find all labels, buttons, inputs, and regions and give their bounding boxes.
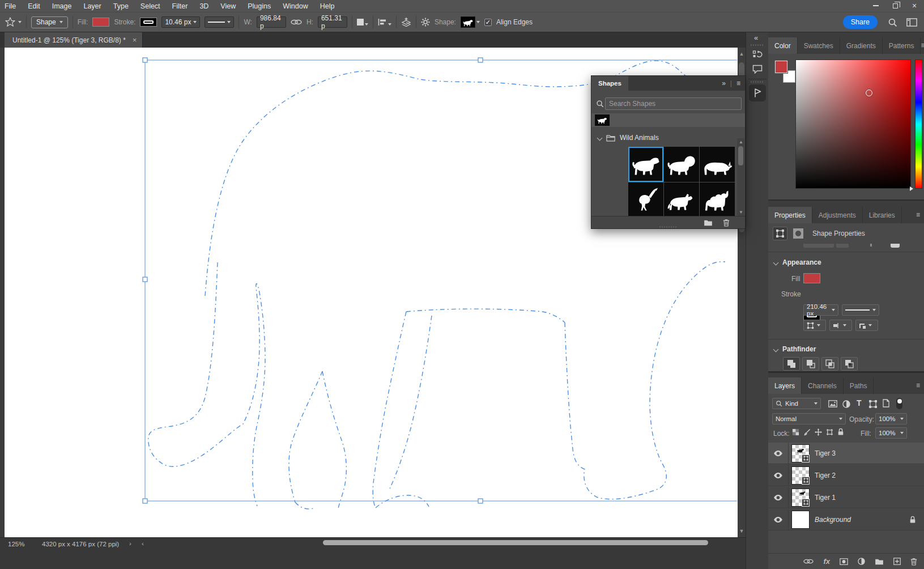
recent-shape-tiger[interactable] (595, 114, 610, 126)
gear-icon[interactable] (421, 18, 430, 27)
new-layer-icon[interactable] (893, 558, 901, 565)
new-group-icon[interactable] (704, 219, 713, 226)
restore-button[interactable] (885, 0, 905, 11)
shape-width-field[interactable]: 986.84 p (257, 16, 286, 28)
menu-plugins[interactable]: Plugins (248, 2, 271, 10)
layer-effects-icon[interactable]: fx (823, 557, 830, 566)
color-picker-circle[interactable] (866, 90, 872, 96)
new-group-icon[interactable] (875, 558, 884, 565)
scrollbar-thumb[interactable] (738, 146, 743, 165)
filter-shape-layers-icon[interactable] (868, 400, 878, 409)
add-mask-icon[interactable] (840, 558, 848, 565)
lock-all-icon[interactable] (837, 428, 844, 436)
filter-adjustment-layers-icon[interactable] (842, 400, 850, 408)
layer-thumbnail[interactable] (791, 489, 810, 507)
layer-row-background[interactable]: Background (768, 509, 924, 530)
stroke-corner-dropdown[interactable] (855, 320, 878, 331)
appearance-section-header[interactable]: Appearance (774, 258, 821, 266)
collapse-dock-icon[interactable]: « (754, 33, 758, 42)
canvas-horizontal-scrollbar[interactable] (323, 540, 708, 545)
pathfinder-unite-icon[interactable] (783, 357, 800, 371)
share-button[interactable]: Share (843, 15, 878, 29)
menu-filter[interactable]: Filter (172, 2, 188, 10)
stroke-swatch[interactable] (140, 18, 157, 27)
hue-slider-marker[interactable] (910, 186, 913, 191)
shape-tile-rhinoceros[interactable] (700, 147, 735, 182)
masks-mode-icon[interactable] (791, 227, 806, 240)
hue-slider[interactable] (915, 60, 922, 189)
stroke-cap-dropdown[interactable] (829, 320, 852, 331)
minimize-button[interactable] (866, 0, 885, 11)
panel-menu-icon[interactable]: ≡ (916, 211, 919, 223)
tab-swatches[interactable]: Swatches (798, 37, 840, 54)
appearance-fill-swatch[interactable] (803, 273, 820, 283)
collapse-panel-icon[interactable]: » (722, 79, 726, 87)
shape-tile-wolf[interactable] (664, 182, 699, 216)
shape-height-field[interactable]: 651.31 p (318, 16, 347, 28)
filter-pixel-layers-icon[interactable] (828, 400, 837, 407)
tab-layers[interactable]: Layers (768, 377, 802, 394)
drag-grip[interactable] (751, 81, 764, 83)
fill-swatch[interactable] (92, 18, 109, 27)
menu-view[interactable]: View (220, 2, 236, 10)
tab-properties[interactable]: Properties (768, 207, 812, 223)
new-adjustment-layer-icon[interactable] (858, 558, 865, 565)
scroll-up-icon[interactable]: ▲ (738, 51, 746, 57)
shape-tile-tiger[interactable] (628, 147, 663, 182)
tool-mode-dropdown[interactable]: Shape (31, 16, 68, 28)
menu-image[interactable]: Image (52, 2, 72, 10)
panel-menu-icon[interactable]: ≡ (916, 381, 919, 394)
foreground-color-swatch[interactable] (775, 61, 787, 73)
lock-position-icon[interactable] (815, 428, 822, 436)
stroke-width-dropdown[interactable]: 210.46 px (803, 304, 838, 316)
stroke-align-dropdown[interactable] (803, 320, 826, 331)
visibility-toggle[interactable] (768, 509, 789, 530)
hscroll-left-icon[interactable]: ‹ (142, 540, 144, 547)
scroll-up-icon[interactable]: ▲ (739, 139, 743, 145)
menu-window[interactable]: Window (283, 2, 308, 10)
path-alignment-button[interactable] (378, 18, 391, 26)
layer-row-tiger2[interactable]: Tiger 2 (768, 465, 924, 486)
tool-preset-button[interactable] (5, 16, 22, 28)
pathfinder-subtract-icon[interactable] (802, 357, 819, 371)
document-tab[interactable]: Untitled-1 @ 125% (Tiger 3, RGB/8) * × (5, 32, 143, 48)
history-panel-icon[interactable] (750, 48, 765, 61)
shapes-scrollbar[interactable]: ▲ ▼ (737, 138, 744, 216)
zoom-level[interactable]: 125% (8, 541, 24, 547)
layer-name[interactable]: Background (815, 516, 851, 524)
scroll-down-icon[interactable]: ▼ (738, 528, 746, 534)
stroke-width-field[interactable]: 10.46 px (161, 16, 200, 28)
lock-transparency-icon[interactable] (792, 428, 799, 436)
layer-thumbnail[interactable] (791, 466, 810, 485)
layer-name[interactable]: Tiger 3 (815, 449, 836, 457)
shape-tile-ostrich[interactable] (628, 182, 663, 216)
layer-name[interactable]: Tiger 2 (815, 472, 836, 479)
color-field[interactable] (795, 60, 911, 189)
tab-libraries[interactable]: Libraries (863, 207, 902, 223)
layer-thumbnail[interactable] (791, 444, 810, 462)
lock-artboard-icon[interactable] (826, 428, 833, 436)
link-layers-icon[interactable] (803, 559, 814, 564)
path-arrangement-icon[interactable] (401, 18, 411, 27)
menu-layer[interactable]: Layer (83, 2, 101, 10)
tab-channels[interactable]: Channels (802, 377, 844, 394)
tab-color[interactable]: Color (768, 37, 798, 54)
delete-layer-icon[interactable] (910, 558, 917, 566)
status-expand-icon[interactable]: › (129, 540, 131, 547)
menu-select[interactable]: Select (140, 2, 160, 10)
stroke-type-dropdown[interactable] (842, 304, 879, 316)
delete-shape-icon[interactable] (723, 219, 730, 227)
tab-close-icon[interactable]: × (133, 36, 137, 44)
shape-tile-lion[interactable] (664, 147, 699, 182)
align-edges-checkbox[interactable]: ✓ (484, 19, 492, 26)
pathfinder-section-header[interactable]: Pathfinder (774, 345, 816, 353)
menu-type[interactable]: Type (113, 2, 129, 10)
visibility-toggle[interactable] (768, 487, 789, 508)
tab-adjustments[interactable]: Adjustments (812, 207, 863, 223)
comments-panel-icon[interactable] (750, 62, 765, 76)
tab-patterns[interactable]: Patterns (883, 37, 921, 54)
shape-properties-mode-icon[interactable] (773, 227, 787, 240)
panel-menu-icon[interactable]: ≡ (736, 79, 740, 87)
menu-3d[interactable]: 3D (199, 2, 208, 10)
rotate-view-icon[interactable] (749, 84, 766, 101)
